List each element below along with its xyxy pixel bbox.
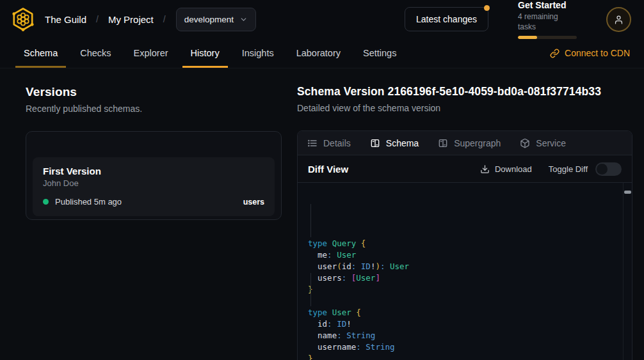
toggle-knob (597, 164, 608, 175)
service-badge: users (243, 198, 264, 207)
tab-settings[interactable]: Settings (355, 38, 405, 68)
tab-laboratory[interactable]: Laboratory (288, 38, 349, 68)
detail-tab-schema[interactable]: Schema (370, 138, 419, 148)
download-label: Download (495, 164, 532, 174)
detail-tab-details[interactable]: Details (307, 138, 351, 148)
get-started-widget[interactable]: Get Started 4 remaining tasks (518, 0, 577, 39)
diff-view-header: Diff View Download Toggle Diff (298, 155, 632, 183)
breadcrumb-separator: / (96, 14, 99, 24)
environment-selector-value: development (184, 15, 234, 24)
diff-actions: Download Toggle Diff (480, 162, 622, 176)
breadcrumb-org[interactable]: The Guild (45, 14, 86, 25)
link-icon (550, 49, 559, 58)
scrollbar-thumb[interactable] (624, 191, 631, 194)
cube-icon (520, 138, 530, 148)
scrollbar-track[interactable] (623, 183, 632, 360)
indent-guide (310, 273, 311, 306)
schema-version-column: Schema Version 2166196f-5e10-4059-bd0a-0… (297, 85, 632, 360)
toggle-diff-switch[interactable] (595, 162, 622, 176)
detail-tab-label: Supergraph (454, 138, 501, 148)
detail-tabs: Details Schema Supergraph Service (298, 131, 632, 155)
download-icon (480, 164, 490, 174)
tab-history[interactable]: History (182, 38, 228, 68)
code-block: type Query { me: User user(id: ID!): Use… (298, 183, 632, 360)
tab-explorer[interactable]: Explorer (125, 38, 177, 68)
version-author: John Doe (43, 178, 264, 188)
connect-to-cdn-button[interactable]: Connect to CDN (550, 38, 630, 68)
latest-changes-button[interactable]: Latest changes (405, 7, 488, 31)
main-nav: Schema Checks Explorer History Insights … (0, 38, 644, 68)
hive-logo[interactable] (10, 6, 36, 32)
list-icon (307, 138, 318, 148)
diff-view-title: Diff View (308, 164, 348, 175)
breadcrumb-project[interactable]: My Project (108, 14, 154, 25)
toggle-diff-label: Toggle Diff (549, 164, 588, 174)
tab-checks[interactable]: Checks (72, 38, 119, 68)
hive-logo-icon (10, 6, 36, 32)
indent-guide (310, 204, 311, 237)
versions-list: First Version John Doe Published 5m ago … (26, 131, 282, 220)
versions-subtitle: Recently published schemas. (26, 104, 282, 114)
connect-to-cdn-label: Connect to CDN (565, 48, 630, 58)
tab-schema[interactable]: Schema (15, 38, 66, 68)
download-button[interactable]: Download (480, 164, 532, 174)
content: Versions Recently published schemas. Fir… (0, 68, 644, 360)
version-status: Published 5m ago (55, 197, 122, 207)
breadcrumb-separator: / (163, 14, 166, 24)
get-started-subtitle: 4 remaining tasks (518, 12, 577, 32)
detail-tab-label: Service (536, 138, 566, 148)
schema-version-title: Schema Version 2166196f-5e10-4059-bd0a-0… (297, 85, 632, 98)
versions-title: Versions (26, 85, 282, 99)
version-name: First Version (43, 166, 264, 176)
header-actions: Latest changes Get Started 4 remaining t… (405, 0, 631, 39)
notification-dot (484, 5, 490, 11)
code-lines: type Query { me: User user(id: ID!): Use… (308, 238, 613, 360)
detail-tab-supergraph[interactable]: Supergraph (438, 138, 501, 148)
chevron-down-icon (239, 15, 248, 24)
version-card[interactable]: First Version John Doe Published 5m ago … (33, 157, 275, 216)
environment-selector[interactable]: development (176, 8, 256, 31)
detail-tab-service[interactable]: Service (520, 138, 566, 148)
columns-icon (370, 138, 380, 148)
get-started-title: Get Started (518, 0, 577, 11)
progress-fill (518, 36, 537, 39)
schema-version-panel: Details Schema Supergraph Service Diff V… (297, 130, 632, 360)
toggle-diff-control: Toggle Diff (549, 162, 622, 176)
user-icon (613, 14, 624, 25)
latest-changes-label: Latest changes (416, 14, 477, 24)
tab-insights[interactable]: Insights (234, 38, 282, 68)
version-meta-row: Published 5m ago users (43, 197, 264, 207)
detail-tab-label: Details (323, 138, 351, 148)
detail-tab-label: Schema (386, 138, 419, 148)
user-avatar[interactable] (606, 7, 631, 32)
columns-icon (438, 138, 448, 148)
app-header: The Guild / My Project / development Lat… (0, 0, 644, 38)
schema-version-subtitle: Detailed view of the schema version (297, 103, 632, 113)
versions-column: Versions Recently published schemas. Fir… (26, 85, 282, 360)
published-status-dot (43, 199, 49, 205)
breadcrumb: The Guild / My Project / (45, 14, 166, 25)
